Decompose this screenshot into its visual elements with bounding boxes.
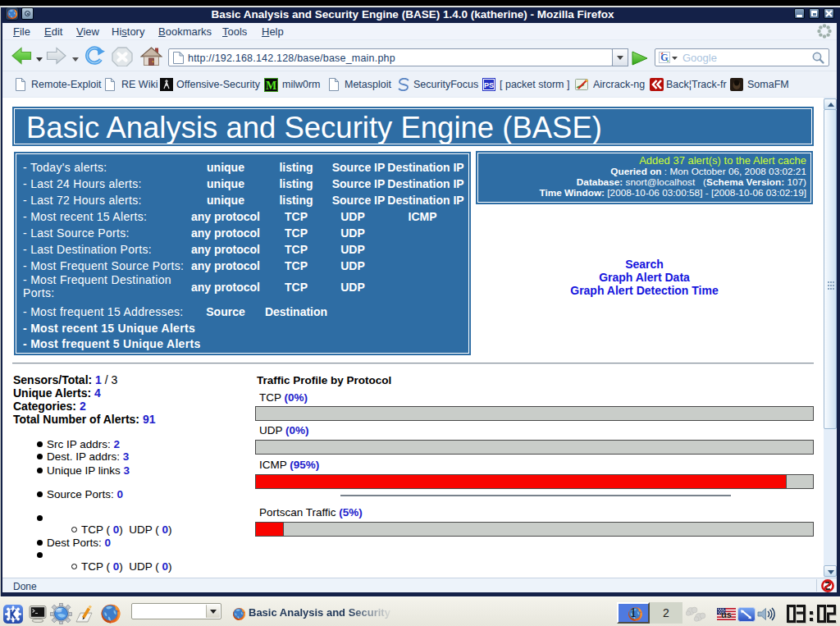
svg-text:M: M — [266, 80, 276, 92]
svg-text:us: us — [721, 610, 732, 619]
svg-text:PS: PS — [484, 81, 494, 89]
